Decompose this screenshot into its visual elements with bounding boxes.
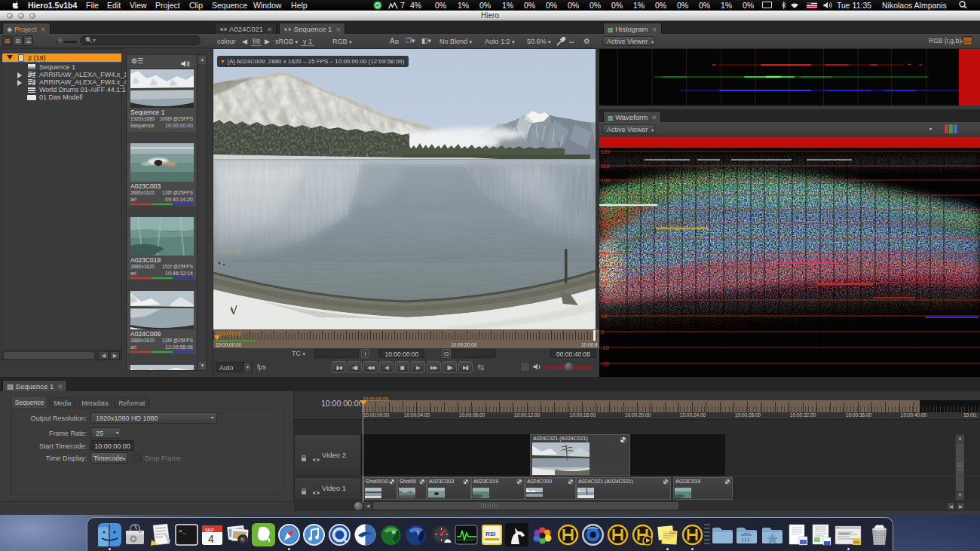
svg-text:110: 110 — [601, 163, 610, 170]
svg-text:Two: Two — [669, 531, 676, 535]
svg-text:-10: -10 — [601, 344, 609, 351]
svg-text:10: 10 — [601, 313, 607, 320]
svg-text:20: 20 — [601, 297, 607, 304]
svg-text:90: 90 — [601, 192, 607, 199]
svg-text:0: 0 — [601, 329, 604, 335]
svg-text:SEP: SEP — [205, 528, 214, 532]
svg-text:RSI: RSI — [854, 540, 859, 544]
svg-text:>_: >_ — [179, 528, 186, 534]
svg-text:4: 4 — [208, 533, 214, 545]
svg-text:30: 30 — [601, 280, 607, 286]
svg-text:-20: -20 — [601, 360, 609, 367]
svg-text:100: 100 — [601, 177, 611, 184]
svg-text:70: 70 — [601, 221, 607, 228]
svg-text:R: R — [392, 530, 396, 535]
svg-text:40: 40 — [601, 265, 607, 271]
svg-text:50: 50 — [601, 250, 607, 257]
svg-text:RSI: RSI — [485, 531, 495, 537]
svg-text:60: 60 — [601, 236, 607, 243]
svg-text:L: L — [417, 530, 420, 535]
svg-text:120: 120 — [601, 148, 611, 155]
svg-text:80: 80 — [601, 207, 607, 213]
